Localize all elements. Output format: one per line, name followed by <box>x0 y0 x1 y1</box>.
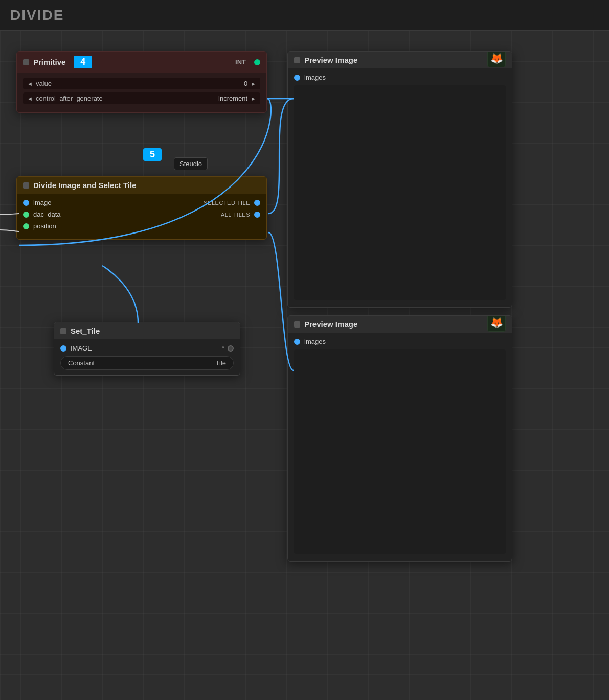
value-arrow-right[interactable]: ► <box>251 81 256 87</box>
control-field-label: control_after_generate <box>36 95 215 102</box>
value-field-label: value <box>36 80 241 87</box>
image-port-row-2: IMAGE * <box>60 344 234 352</box>
all-tiles-output-port[interactable] <box>254 212 260 218</box>
divide-header-icon <box>23 182 29 189</box>
int-label: INT <box>235 58 246 66</box>
preview-1-body: images <box>288 68 512 307</box>
preview-2-images-input[interactable] <box>294 339 300 345</box>
divide-node-title: Divide Image and Select Tile <box>33 181 136 190</box>
fox-icon-1: 🦊 <box>487 51 506 67</box>
dac-data-port-label: dac_data <box>33 211 61 218</box>
page-title: DIVIDE <box>10 7 64 24</box>
value-field-row[interactable]: ◄ value 0 ► <box>23 78 260 89</box>
control-field-row[interactable]: ◄ control_after_generate increment ► <box>23 92 260 104</box>
control-arrow-right[interactable]: ► <box>251 96 256 102</box>
preview-1-title: Preview Image <box>304 56 357 64</box>
steudio-tooltip: Steudio <box>174 157 208 170</box>
control-arrow-left[interactable]: ◄ <box>27 96 33 102</box>
value-arrow-left[interactable]: ◄ <box>27 81 33 87</box>
preview-2-icon <box>294 321 300 328</box>
preview-2-images-row: images <box>294 338 506 345</box>
preview-node-1: 🦊 Preview Image images <box>287 51 512 308</box>
divide-node: Divide Image and Select Tile image SELEC… <box>16 176 267 240</box>
constant-label: Constant <box>68 359 95 367</box>
selected-tile-output-port[interactable] <box>254 200 260 206</box>
constant-tile-row[interactable]: Constant Tile <box>60 356 234 370</box>
dac-data-input-port[interactable] <box>23 212 29 218</box>
badge-4: 4 <box>74 56 92 68</box>
preview-2-images-label: images <box>304 338 326 345</box>
position-port-row: position <box>23 222 260 230</box>
image-port-label: image <box>33 199 51 206</box>
position-input-port[interactable] <box>23 223 29 229</box>
image-port-row: image SELECTED TILE <box>23 199 260 206</box>
position-port-label: position <box>33 222 56 230</box>
dac-data-port-row: dac_data ALL TILES <box>23 211 260 218</box>
preview-1-header: Preview Image <box>288 52 512 68</box>
primitive-node-header: Primitive 4 INT <box>17 52 266 73</box>
preview-1-images-label: images <box>304 74 326 81</box>
star-label: * <box>222 345 224 352</box>
preview-1-icon <box>294 57 300 63</box>
divide-node-body: image SELECTED TILE dac_data ALL TILES p… <box>17 194 266 239</box>
preview-2-title: Preview Image <box>304 320 357 329</box>
int-output-port[interactable] <box>254 59 260 65</box>
image-input-port[interactable] <box>23 200 29 206</box>
preview-1-area <box>294 85 506 300</box>
badge-5: 5 <box>143 148 162 161</box>
preview-2-body: images <box>288 333 512 561</box>
fox-icon-2: 🦊 <box>487 315 506 332</box>
title-bar: DIVIDE <box>0 0 609 31</box>
tile-label: Tile <box>216 359 226 367</box>
set-tile-image-input[interactable] <box>60 345 66 352</box>
divide-node-header: Divide Image and Select Tile <box>17 177 266 194</box>
all-tiles-label: ALL TILES <box>221 212 250 218</box>
primitive-node-body: ◄ value 0 ► ◄ control_after_generate inc… <box>17 73 266 112</box>
selected-tile-label: SELECTED TILE <box>204 200 250 206</box>
preview-1-images-input[interactable] <box>294 75 300 81</box>
preview-1-images-row: images <box>294 74 506 81</box>
set-tile-node-header: Set_Tile <box>54 322 240 339</box>
set-tile-header-icon <box>60 328 66 334</box>
set-tile-node-body: IMAGE * Constant Tile <box>54 339 240 375</box>
set-tile-node-title: Set_Tile <box>71 326 100 335</box>
control-field-value: increment <box>218 95 247 102</box>
preview-2-header: Preview Image <box>288 316 512 333</box>
value-field-value: 0 <box>244 80 247 87</box>
primitive-header-icon <box>23 59 29 65</box>
preview-node-2: 🦊 Preview Image images <box>287 315 512 562</box>
set-tile-output-port[interactable] <box>228 345 234 352</box>
set-tile-node: Set_Tile IMAGE * Constant Tile <box>54 322 240 376</box>
preview-2-area <box>294 349 506 554</box>
image-label: IMAGE <box>71 344 92 352</box>
primitive-node: Primitive 4 INT ◄ value 0 ► ◄ control_af… <box>16 51 267 113</box>
primitive-node-title: Primitive <box>33 58 65 66</box>
